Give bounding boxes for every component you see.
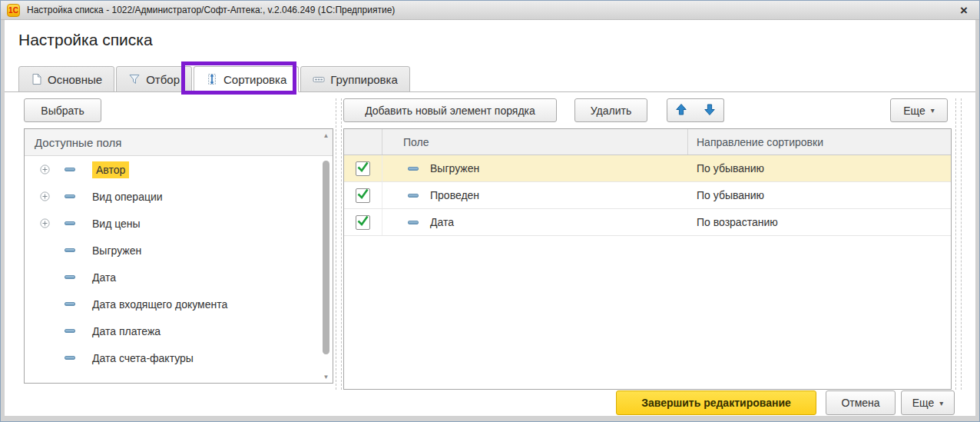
field-dash-icon (65, 275, 75, 279)
tree-item-vid-ceny[interactable]: Вид цены (25, 210, 333, 237)
tree-item-vid-operacii[interactable]: Вид операции (25, 183, 333, 210)
tree-item-label: Дата входящего документа (92, 298, 227, 311)
delete-button-label: Удалить (591, 105, 631, 117)
available-fields-rows: Автор Вид операции Вид цены (25, 156, 333, 371)
tree-item-data-platezha[interactable]: Дата платежа (25, 317, 333, 344)
field-dash-icon (408, 167, 419, 171)
direction-column-header: Направление сортировки (688, 129, 951, 155)
dropdown-caret-icon: ▾ (931, 106, 935, 115)
field-dash-icon (408, 194, 419, 198)
row-checkbox-cell (344, 209, 382, 235)
tab-osnovnye[interactable]: Основные (18, 66, 114, 92)
tab-label: Отбор (146, 73, 180, 86)
row-direction-cell: По убыванию (688, 155, 951, 181)
checkmark-icon (356, 161, 369, 175)
tree-item-label: Дата счета-фактуры (92, 352, 194, 364)
tree-item-data[interactable]: Дата (25, 264, 333, 291)
finish-editing-label: Завершить редактирование (641, 397, 791, 409)
tree-item-data-vhod-dokumenta[interactable]: Дата входящего документа (25, 291, 333, 317)
row-field-label: Проведен (430, 189, 479, 201)
row-direction-cell: По убыванию (688, 182, 951, 208)
tree-item-label: Вид цены (92, 218, 141, 230)
table-row[interactable]: Проведен По убыванию (344, 182, 951, 209)
checkmark-icon (356, 215, 369, 229)
cancel-button[interactable]: Отмена (826, 390, 896, 415)
page-title: Настройка списка (18, 31, 153, 49)
tab-gruppirovka[interactable]: Группировка (300, 66, 409, 92)
move-down-button[interactable] (695, 98, 724, 122)
tree-item-vygruzhen[interactable]: Выгружен (25, 237, 333, 264)
tab-otbor[interactable]: Отбор (116, 66, 192, 92)
more-button-label: Еще (912, 397, 935, 409)
1c-logo-icon: 1С (7, 4, 20, 17)
field-dash-icon (408, 221, 419, 224)
panel-splitter[interactable] (336, 98, 342, 390)
scrollbar-thumb[interactable] (323, 161, 329, 354)
field-dash-icon (65, 356, 75, 360)
tab-label: Основные (48, 73, 102, 86)
arrow-down-icon (704, 103, 716, 118)
tree-item-label: Дата (92, 271, 116, 284)
row-field-cell: Дата (382, 209, 688, 235)
sort-icon (206, 73, 218, 85)
move-up-button[interactable] (667, 98, 696, 122)
row-direction-cell: По возрастанию (688, 209, 951, 235)
row-checkbox-cell (344, 182, 382, 208)
available-fields-list: Доступные поля Автор Вид операции (24, 128, 333, 384)
window-title: Настройка списка - 1022/Администратор/Со… (27, 5, 395, 15)
field-column-header: Поле (382, 129, 688, 155)
cancel-button-label: Отмена (841, 397, 879, 409)
choose-button[interactable]: Выбрать (24, 98, 101, 122)
tree-item-avtor[interactable]: Автор (25, 156, 333, 183)
tab-bar: Основные Отбор Сортировка Группировка (18, 66, 412, 92)
delete-button[interactable]: Удалить (574, 98, 647, 122)
choose-button-label: Выбрать (41, 105, 84, 117)
table-row[interactable]: Выгружен По убыванию (344, 155, 951, 182)
titlebar: 1С Настройка списка - 1022/Администратор… (1, 1, 979, 20)
tab-sortirovka[interactable]: Сортировка (194, 66, 299, 92)
expand-icon[interactable] (40, 164, 58, 174)
row-field-cell: Проведен (382, 182, 688, 208)
table-header-row: Поле Направление сортировки (344, 129, 951, 155)
right-splitter[interactable] (955, 98, 962, 390)
finish-editing-button[interactable]: Завершить редактирование (616, 390, 816, 415)
available-fields-header-label: Доступные поля (35, 136, 121, 149)
row-checkbox[interactable] (356, 188, 370, 203)
expand-icon[interactable] (40, 218, 58, 228)
row-checkbox[interactable] (356, 215, 370, 230)
close-icon: × (960, 4, 968, 17)
field-dash-icon (65, 248, 75, 252)
tree-item-data-scheta-faktury[interactable]: Дата счета-фактуры (25, 344, 333, 371)
scroll-down-icon[interactable]: ▼ (323, 371, 329, 382)
checkbox-column-header (344, 129, 382, 155)
dropdown-caret-icon: ▾ (939, 399, 943, 407)
more-button-label: Еще (903, 105, 925, 117)
tree-item-label: Дата платежа (92, 325, 161, 337)
expand-icon[interactable] (40, 191, 58, 201)
tree-item-label: Автор (92, 161, 129, 178)
tab-label: Сортировка (223, 73, 286, 86)
document-icon (31, 73, 42, 85)
filter-icon (128, 73, 141, 85)
more-button-top[interactable]: Еще ▾ (890, 98, 948, 122)
add-order-element-button[interactable]: Добавить новый элемент порядка (343, 98, 557, 122)
row-checkbox-cell (344, 155, 382, 181)
row-field-label: Дата (430, 216, 454, 228)
arrow-up-icon (675, 103, 687, 118)
field-dash-icon (65, 194, 75, 198)
close-button[interactable]: × (955, 2, 973, 18)
field-dash-icon (65, 221, 75, 225)
vertical-scrollbar[interactable]: ▲ ▼ (320, 130, 332, 382)
scroll-up-icon[interactable]: ▲ (323, 130, 329, 141)
field-dash-icon (65, 302, 75, 306)
row-checkbox[interactable] (356, 161, 370, 176)
row-field-label: Выгружен (430, 162, 479, 174)
checkmark-icon (356, 188, 369, 202)
table-row[interactable]: Дата По возрастанию (344, 209, 951, 236)
more-button-bottom[interactable]: Еще ▾ (901, 390, 955, 415)
row-field-cell: Выгружен (382, 155, 688, 181)
available-fields-header: Доступные поля (25, 129, 333, 156)
tree-item-label: Выгружен (92, 244, 141, 257)
field-dash-icon (65, 168, 75, 171)
add-order-element-label: Добавить новый элемент порядка (365, 105, 535, 117)
